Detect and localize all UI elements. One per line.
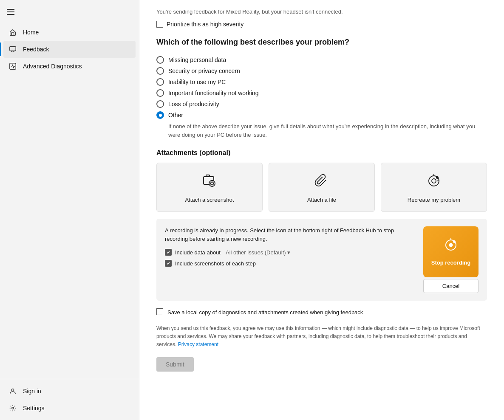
attach-icon bbox=[314, 173, 329, 192]
save-local-checkbox[interactable] bbox=[156, 308, 163, 315]
problem-description-title: Which of the following best describes yo… bbox=[156, 38, 487, 47]
save-local-row: Save a local copy of diagnostics and att… bbox=[156, 308, 487, 317]
include-data-dropdown[interactable]: All other issues (Default) ▾ bbox=[226, 249, 290, 256]
sidebar-bottom: Sign in Settings bbox=[0, 379, 139, 420]
stop-recording-button[interactable]: Stop recording bbox=[423, 226, 479, 277]
sidebar-item-sign-in-label: Sign in bbox=[23, 388, 41, 395]
main-content: You're sending feedback for Mixed Realit… bbox=[139, 0, 504, 420]
radio-circle-missing bbox=[156, 56, 164, 64]
other-hint: If none of the above describe your issue… bbox=[168, 122, 487, 139]
recreate-problem-label: Recreate my problem bbox=[408, 197, 460, 203]
radio-label-productivity: Loss of productivity bbox=[168, 101, 219, 107]
stop-recording-panel: Stop recording Cancel bbox=[423, 226, 479, 293]
sidebar-nav: Home Feedback Advanced Diagnostics bbox=[0, 24, 139, 379]
high-severity-label: Prioritize this as high severity bbox=[167, 21, 244, 28]
attach-screenshot-card[interactable]: Attach a screenshot bbox=[156, 163, 263, 212]
svg-rect-0 bbox=[10, 47, 16, 51]
radio-missing-personal-data[interactable]: Missing personal data bbox=[156, 54, 487, 65]
settings-icon bbox=[8, 404, 17, 412]
high-severity-checkbox[interactable] bbox=[156, 21, 163, 28]
radio-circle-other bbox=[156, 111, 164, 119]
sidebar-item-advanced-diagnostics[interactable]: Advanced Diagnostics bbox=[3, 58, 136, 75]
include-screenshots-label: Include screenshots of each step bbox=[175, 260, 256, 267]
svg-point-9 bbox=[432, 179, 436, 183]
radio-security-privacy[interactable]: Security or privacy concern bbox=[156, 65, 487, 76]
sidebar-item-home[interactable]: Home bbox=[3, 24, 136, 41]
recording-section: A recording is already in progress. Sele… bbox=[156, 219, 487, 301]
sidebar-item-settings-label: Settings bbox=[23, 405, 45, 412]
sidebar-item-sign-in[interactable]: Sign in bbox=[3, 383, 136, 400]
recording-text: A recording is already in progress. Sele… bbox=[165, 226, 415, 243]
radio-loss-productivity[interactable]: Loss of productivity bbox=[156, 99, 487, 110]
svg-point-2 bbox=[11, 389, 14, 391]
recording-main: A recording is already in progress. Sele… bbox=[165, 226, 415, 293]
attach-file-card[interactable]: Attach a file bbox=[269, 163, 375, 212]
svg-point-14 bbox=[449, 243, 453, 247]
radio-label-other: Other bbox=[168, 112, 183, 118]
include-data-row: Include data about All other issues (Def… bbox=[165, 249, 415, 256]
cancel-button[interactable]: Cancel bbox=[423, 279, 479, 293]
signin-icon bbox=[8, 387, 17, 395]
home-icon bbox=[8, 28, 17, 37]
diagnostics-icon bbox=[8, 62, 17, 70]
stop-recording-label: Stop recording bbox=[431, 259, 470, 267]
legal-text: When you send us this feedback, you agre… bbox=[156, 324, 487, 349]
include-data-label: Include data about bbox=[175, 249, 221, 256]
radio-circle-inability bbox=[156, 78, 164, 86]
include-data-checkbox[interactable] bbox=[165, 249, 172, 256]
screenshot-icon bbox=[202, 173, 217, 192]
info-text: You're sending feedback for Mixed Realit… bbox=[156, 8, 487, 15]
include-screenshots-row: Include screenshots of each step bbox=[165, 260, 415, 267]
feedback-icon bbox=[8, 45, 17, 54]
attachments-title: Attachments (optional) bbox=[156, 149, 487, 157]
stop-recording-icon bbox=[443, 237, 459, 256]
radio-circle-security bbox=[156, 67, 164, 75]
sidebar-item-feedback[interactable]: Feedback bbox=[3, 41, 136, 58]
sidebar-item-home-label: Home bbox=[23, 29, 39, 36]
radio-label-security: Security or privacy concern bbox=[168, 68, 240, 74]
radio-important-functionality[interactable]: Important functionality not working bbox=[156, 87, 487, 99]
radio-circle-functionality bbox=[156, 89, 164, 97]
svg-point-3 bbox=[12, 407, 14, 409]
include-screenshots-checkbox[interactable] bbox=[165, 260, 172, 267]
recreate-problem-card[interactable]: Recreate my problem bbox=[381, 163, 487, 212]
attachment-cards: Attach a screenshot Attach a file bbox=[156, 163, 487, 212]
sidebar-item-settings[interactable]: Settings bbox=[3, 400, 136, 417]
radio-label-missing: Missing personal data bbox=[168, 56, 226, 63]
radio-circle-productivity bbox=[156, 100, 164, 108]
svg-point-16 bbox=[453, 240, 456, 243]
sidebar: Home Feedback Advanced Diagnostics bbox=[0, 0, 139, 420]
sidebar-item-feedback-label: Feedback bbox=[23, 46, 49, 53]
attach-screenshot-label: Attach a screenshot bbox=[185, 197, 234, 203]
sidebar-item-advanced-diagnostics-label: Advanced Diagnostics bbox=[23, 63, 82, 70]
svg-point-5 bbox=[209, 180, 215, 186]
radio-label-inability: Inability to use my PC bbox=[168, 79, 226, 85]
high-severity-row: Prioritize this as high severity bbox=[156, 21, 487, 28]
svg-rect-7 bbox=[206, 175, 210, 177]
recreate-icon bbox=[426, 173, 442, 192]
radio-label-functionality: Important functionality not working bbox=[168, 90, 258, 96]
attach-file-label: Attach a file bbox=[307, 197, 336, 203]
sidebar-top bbox=[0, 0, 139, 24]
radio-inability[interactable]: Inability to use my PC bbox=[156, 76, 487, 87]
privacy-link[interactable]: Privacy statement bbox=[178, 341, 218, 347]
radio-group: Missing personal data Security or privac… bbox=[156, 54, 487, 139]
hamburger-menu[interactable] bbox=[7, 5, 20, 19]
submit-button[interactable]: Submit bbox=[156, 357, 194, 372]
save-local-label: Save a local copy of diagnostics and att… bbox=[167, 308, 363, 317]
radio-other[interactable]: Other bbox=[156, 110, 487, 121]
svg-point-12 bbox=[436, 176, 439, 179]
